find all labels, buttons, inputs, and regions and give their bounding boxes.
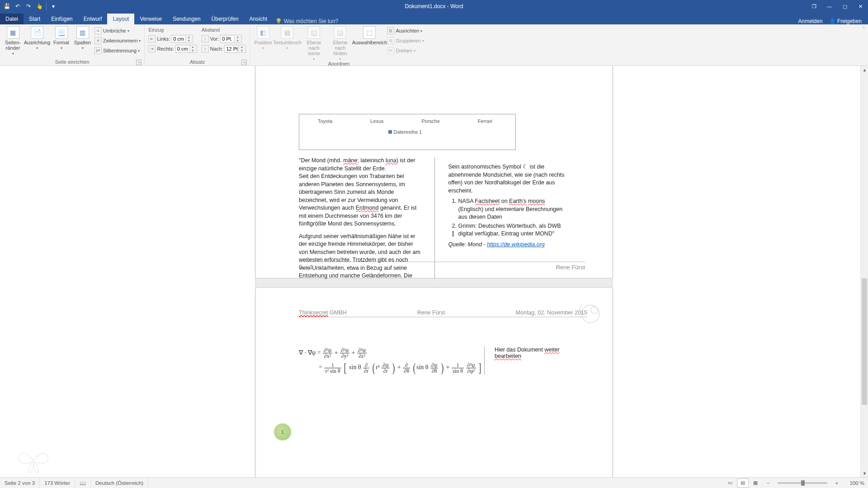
source-link[interactable]: https://de.wikipedia.org	[487, 241, 545, 248]
orientation-button[interactable]: 📄 Ausrichtung ▾	[24, 25, 50, 50]
ribbon: ▦ Seiten- ränder ▾ 📄 Ausrichtung ▾ 📃 For…	[0, 24, 868, 66]
indent-right-input[interactable]: ▲▼	[175, 45, 197, 53]
tab-view[interactable]: Ansicht	[244, 14, 273, 24]
rotate-icon: ⟳	[387, 47, 394, 54]
scroll-up-button[interactable]: ▲	[861, 66, 868, 74]
minimize-button[interactable]: —	[822, 0, 837, 13]
status-proofing[interactable]: 📖	[75, 478, 91, 488]
status-bar: Seite 2 von 3 173 Wörter 📖 Deutsch (Öste…	[0, 477, 868, 488]
reference-item: NASA Factsheet on Earth's moons (Englisc…	[458, 197, 571, 221]
breaks-icon: ≡	[94, 27, 102, 34]
page-body[interactable]: ∇ · ∇ψ = ∂²ψ∂x² + ∂²ψ∂y² + ∂²ψ∂z² = 1r² …	[299, 347, 570, 375]
forward-icon: ◱	[307, 26, 320, 39]
margins-button[interactable]: ▦ Seiten- ränder ▾	[3, 25, 23, 56]
zoom-in-button[interactable]: +	[831, 479, 843, 488]
side-column[interactable]: Hier das Dokument weiter bearbeiten	[484, 347, 570, 375]
tab-mailings[interactable]: Sendungen	[167, 14, 206, 24]
read-mode-button[interactable]: ▭	[724, 479, 736, 488]
line-numbers-button[interactable]: #Zeilennummern▾	[94, 36, 142, 45]
maximize-button[interactable]: ▢	[837, 0, 853, 13]
page-gap	[255, 279, 613, 287]
tab-start[interactable]: Start	[24, 14, 46, 24]
dialog-launcher[interactable]: ↘	[136, 60, 142, 65]
reference-item: Grimm: Deutsches Wörterbuch, als DWB dig…	[458, 222, 571, 238]
chevron-down-icon: ▾	[82, 46, 84, 50]
selection-icon: ⬚	[363, 26, 376, 39]
spacing-header: Abstand	[201, 26, 247, 33]
spacing-before-icon: ↕	[202, 35, 209, 42]
tab-design[interactable]: Entwurf	[78, 14, 108, 24]
legend-swatch	[388, 130, 392, 134]
tab-references[interactable]: Verweise	[134, 14, 167, 24]
undo-button[interactable]: ↶	[13, 1, 23, 11]
left-column: "Der Mond (mhd. mâne; lateinisch luna) i…	[299, 157, 421, 296]
group-label: Seite einrichten↘	[3, 59, 142, 66]
group-page-setup: ▦ Seiten- ränder ▾ 📄 Ausrichtung ▾ 📃 For…	[0, 24, 145, 66]
footnote-marker[interactable]: 1	[274, 423, 291, 441]
selection-pane-button[interactable]: ⬚ Auswahlbereich	[354, 25, 385, 45]
right-column: Sein astronomisches Symbol ☾ ist die abn…	[448, 157, 571, 296]
title-bar: 💾 ↶ ↷ 👆 ▾ Dokument1.docx - Word ❐ — ▢ ✕	[0, 0, 868, 13]
zoom-level[interactable]: 100 %	[844, 480, 864, 486]
spacing-after-row: ↕ Nach: ▲▼	[201, 44, 247, 53]
two-column-text[interactable]: "Der Mond (mhd. mâne; lateinisch luna) i…	[299, 157, 570, 296]
status-words[interactable]: 173 Wörter	[40, 478, 75, 488]
print-layout-button[interactable]: ▤	[737, 479, 749, 488]
tell-me-search[interactable]: 💡 Was möchten Sie tun?	[275, 18, 338, 24]
wrap-text-button: ▤ Textumbruch▾	[274, 25, 300, 50]
indent-left-input[interactable]: ▲▼	[171, 35, 193, 43]
share-icon: 👤	[829, 18, 836, 24]
send-backward-button: ◲ Ebene nach hinten▾	[327, 25, 353, 61]
orientation-icon: 📄	[31, 26, 43, 39]
scroll-down-button[interactable]: ▼	[861, 469, 868, 477]
align-button[interactable]: ⊟Ausrichten▾	[386, 26, 425, 35]
document-area[interactable]: Toyota Lexus Porsche Ferrari Datenreihe …	[0, 66, 868, 477]
scroll-thumb[interactable]	[862, 278, 867, 405]
spacing-before-input[interactable]: ▲▼	[220, 35, 242, 43]
dialog-launcher[interactable]: ↘	[241, 60, 247, 65]
page-1: Toyota Lexus Porsche Ferrari Datenreihe …	[255, 66, 613, 278]
svg-point-2	[595, 309, 596, 310]
separator	[46, 2, 47, 10]
redo-button[interactable]: ↷	[24, 1, 33, 11]
share-button[interactable]: 👤 Freigeben	[829, 18, 862, 24]
indent-left-icon: ⇤	[148, 35, 156, 42]
group-icon: ⧉	[387, 37, 394, 44]
footer-author: Rene Fürst	[556, 264, 585, 271]
vertical-scrollbar[interactable]: ▲ ▼	[860, 66, 868, 477]
size-icon: 📃	[55, 26, 68, 39]
zoom-slider[interactable]	[778, 482, 827, 484]
wrap-icon: ▤	[281, 26, 293, 39]
footer-page-number: S. 1	[299, 264, 313, 271]
ribbon-display-button[interactable]: ❐	[807, 0, 822, 13]
tab-file[interactable]: Datei	[0, 14, 24, 24]
tab-layout[interactable]: Layout	[107, 14, 134, 24]
web-layout-button[interactable]: ▦	[750, 479, 761, 488]
tab-review[interactable]: Überprüfen	[206, 14, 244, 24]
tab-insert[interactable]: Einfügen	[46, 14, 78, 24]
sign-in-link[interactable]: Anmelden	[798, 18, 823, 24]
status-page[interactable]: Seite 2 von 3	[0, 478, 40, 488]
page-footer: S. 1 Rene Fürst	[299, 262, 585, 271]
tell-me-placeholder: Was möchten Sie tun?	[284, 18, 338, 24]
columns-icon: ▥	[76, 26, 89, 39]
columns-button[interactable]: ▥ Spalten ▾	[72, 25, 93, 50]
page-2: Thinksecret GMBH Rene Fürst Montag, 02. …	[255, 287, 613, 477]
touch-mode-button[interactable]: 👆	[34, 1, 44, 11]
collapse-ribbon-button[interactable]: ˄	[860, 24, 868, 66]
group-button: ⧉Gruppieren▾	[386, 36, 425, 45]
equation-block[interactable]: ∇ · ∇ψ = ∂²ψ∂x² + ∂²ψ∂y² + ∂²ψ∂z² = 1r² …	[299, 347, 484, 375]
save-button[interactable]: 💾	[2, 1, 12, 11]
lightbulb-icon: 💡	[275, 18, 282, 24]
size-button[interactable]: 📃 Format ▾	[51, 25, 71, 50]
svg-point-1	[591, 307, 598, 314]
ribbon-tabs: Datei Start Einfügen Entwurf Layout Verw…	[0, 13, 868, 24]
watermark-squirrel-icon	[573, 298, 605, 327]
close-button[interactable]: ✕	[853, 0, 868, 13]
qat-more-button[interactable]: ▾	[48, 1, 58, 11]
spacing-after-input[interactable]: ▲▼	[224, 45, 246, 53]
breaks-button[interactable]: ≡Umbrüche▾	[94, 26, 142, 35]
hyphenation-button[interactable]: bªSilbentrennung▾	[94, 46, 142, 55]
zoom-out-button[interactable]: −	[762, 479, 774, 488]
status-language[interactable]: Deutsch (Österreich)	[91, 478, 148, 488]
